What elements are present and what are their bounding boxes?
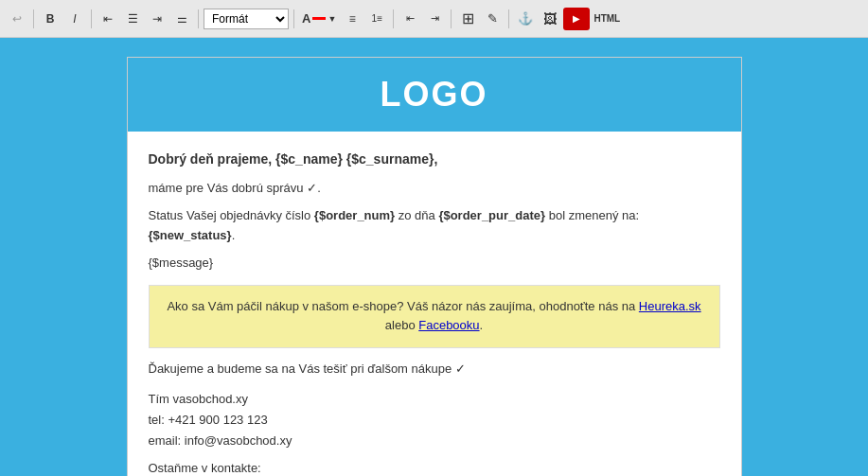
- insert-table-button[interactable]: ⊞: [456, 8, 479, 30]
- youtube-button[interactable]: ▶: [563, 8, 590, 30]
- separator-3: [198, 9, 199, 28]
- email-container: LOGO Dobrý deň prajeme, {$c_name} {$c_su…: [127, 57, 742, 476]
- facebook-link[interactable]: Facebooku: [418, 318, 479, 332]
- undo-button[interactable]: ↩: [6, 8, 28, 30]
- stay-in-touch-label: Ostaňme v kontakte:: [149, 459, 720, 476]
- align-left-button[interactable]: ⇤: [97, 8, 119, 30]
- format-select[interactable]: Formát Nadpis 1 Nadpis 2 Odstavec: [204, 9, 289, 29]
- heureka-link[interactable]: Heureka.sk: [639, 299, 701, 313]
- separator-7: [508, 9, 509, 28]
- email-line: email: info@vasobchod.xy: [149, 431, 720, 451]
- separator-6: [451, 9, 452, 28]
- rating-box: Ako sa Vám páčil nákup v našom e-shope? …: [149, 285, 720, 349]
- list-bullet-button[interactable]: ≡: [341, 8, 363, 30]
- greeting-line: Dobrý deň prajeme, {$c_name} {$c_surname…: [149, 149, 720, 169]
- bold-button[interactable]: B: [39, 8, 62, 30]
- outdent-button[interactable]: ⇤: [399, 8, 421, 30]
- italic-button[interactable]: I: [63, 8, 86, 30]
- anchor-button[interactable]: ⚓: [514, 8, 537, 30]
- logo-text: LOGO: [381, 75, 488, 114]
- indent-button[interactable]: ⇥: [423, 8, 446, 30]
- email-body[interactable]: Dobrý deň prajeme, {$c_name} {$c_surname…: [128, 132, 741, 476]
- message-variable-line: {$message}: [149, 254, 720, 273]
- separator-1: [33, 9, 34, 28]
- separator-5: [393, 9, 394, 28]
- phone-line: tel: +421 900 123 123: [149, 410, 720, 431]
- align-center-button[interactable]: ☰: [121, 8, 144, 30]
- thanks-line: Ďakujeme a budeme sa na Vás tešiť pri ďa…: [149, 360, 720, 379]
- list-number-button[interactable]: 1≡: [365, 8, 388, 30]
- good-news-line: máme pre Vás dobrú správu ✓.: [149, 179, 720, 199]
- editor-area: LOGO Dobrý deň prajeme, {$c_name} {$c_su…: [0, 38, 868, 476]
- edit-button[interactable]: ✎: [481, 8, 504, 30]
- editor-toolbar: ↩ B I ⇤ ☰ ⇥ ⚌ Formát Nadpis 1 Nadpis 2 O…: [0, 0, 868, 38]
- separator-2: [91, 9, 92, 28]
- chevron-down-icon: ▼: [328, 14, 336, 24]
- html-button[interactable]: HTML: [592, 8, 622, 30]
- align-justify-button[interactable]: ⚌: [170, 8, 193, 30]
- separator-4: [293, 9, 294, 28]
- image-button[interactable]: 🖼: [539, 8, 561, 30]
- align-right-button[interactable]: ⇥: [146, 8, 168, 30]
- signature-block: Tím vasobchod.xy tel: +421 900 123 123 e…: [149, 389, 720, 451]
- team-name: Tím vasobchod.xy: [149, 389, 720, 410]
- email-header: LOGO: [128, 58, 741, 132]
- font-color-label: A: [302, 11, 310, 26]
- greeting-text: Dobrý deň prajeme, {$c_name} {$c_surname…: [149, 151, 438, 167]
- status-line: Status Vašej objednávky číslo {$order_nu…: [149, 206, 720, 246]
- font-color-button[interactable]: A ▼: [299, 8, 339, 30]
